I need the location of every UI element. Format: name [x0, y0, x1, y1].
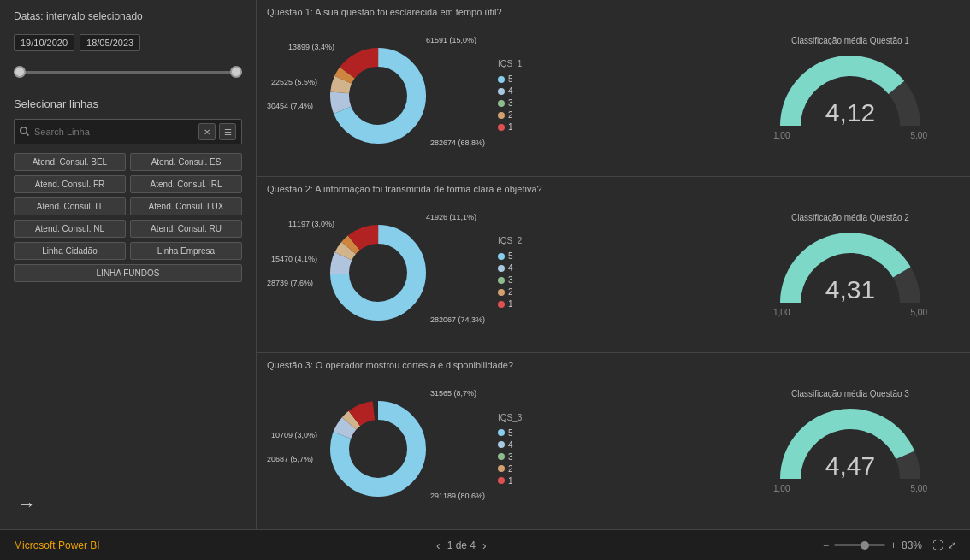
expand-icon[interactable]: ⤢ [948, 539, 956, 551]
legend-item: 2 [498, 110, 522, 120]
date-start[interactable]: 19/10/2020 [14, 34, 74, 51]
left-panel: Datas: intervalo selecionado 19/10/2020 … [0, 0, 257, 529]
clear-search-button[interactable]: ✕ [198, 123, 216, 140]
legend-dot [498, 112, 505, 119]
legend-dot [498, 453, 505, 460]
chart-legend: IQS_154321 [498, 59, 522, 132]
gauge-wrapper: 4,47 [773, 402, 927, 487]
legend-value: 3 [508, 275, 513, 285]
question-title: Questão 3: O operador mostrou cortesia e… [267, 360, 719, 370]
legend-dot [498, 465, 505, 472]
next-arrow-button[interactable]: → [14, 490, 242, 519]
gauge-row: Classificação média Questão 14,121,005,0… [730, 0, 970, 177]
select-lines-label: Selecionar linhas [14, 97, 242, 110]
legend-item: 5 [498, 251, 522, 261]
gauge-row: Classificação média Questão 34,471,005,0… [730, 353, 970, 529]
legend-value: 5 [508, 74, 513, 84]
legend-item: 1 [498, 476, 522, 486]
svg-point-0 [21, 127, 27, 134]
chart-legend: IQS_254321 [498, 236, 522, 309]
legend-item: 3 [498, 452, 522, 462]
legend-dot [498, 441, 505, 448]
legend-item: 1 [498, 299, 522, 309]
filter-tag[interactable]: LINHA FUNDOS [14, 264, 242, 282]
filter-tag[interactable]: Atend. Consul. NL [14, 220, 126, 238]
zoom-plus[interactable]: + [890, 539, 896, 551]
filter-tag[interactable]: Atend. Consul. LUX [130, 197, 242, 215]
legend-label: IQS_2 [498, 236, 522, 245]
legend-value: 3 [508, 452, 513, 462]
legend-value: 5 [508, 251, 513, 261]
donut-label: 282067 (74,3%) [430, 315, 485, 324]
legend-value: 2 [508, 110, 513, 120]
page-info: 1 de 4 [447, 539, 476, 551]
fullscreen-icon[interactable]: ⛶ [932, 539, 943, 551]
date-range-slider[interactable] [14, 63, 242, 80]
legend-item: 4 [498, 440, 522, 450]
filter-tag[interactable]: Atend. Consul. RU [130, 220, 242, 238]
legend-item: 5 [498, 428, 522, 438]
legend-value: 4 [508, 440, 513, 450]
filter-tag[interactable]: Linha Empresa [130, 242, 242, 260]
donut-label: 15470 (4,1%) [271, 255, 317, 263]
zoom-slider[interactable] [834, 544, 885, 546]
filter-tag[interactable]: Atend. Consul. IRL [130, 175, 242, 193]
gauge-row: Classificação média Questão 24,311,005,0… [730, 177, 970, 354]
donut-label: 10709 (3,0%) [271, 431, 317, 439]
gauge-charts: Classificação média Questão 14,121,005,0… [730, 0, 970, 529]
filter-tag[interactable]: Atend. Consul. BEL [14, 153, 126, 171]
search-box[interactable]: ✕ ☰ [14, 119, 242, 144]
filter-tag[interactable]: Atend. Consul. IT [14, 197, 126, 215]
filter-tags: Atend. Consul. BELAtend. Consul. ESAtend… [14, 153, 242, 282]
donut-label: 30454 (7,4%) [267, 102, 313, 110]
donut-label: 28739 (7,6%) [267, 279, 313, 287]
next-page-button[interactable]: › [482, 539, 487, 552]
legend-dot [498, 301, 505, 308]
question-row: Questão 1: A sua questão foi esclarecida… [257, 0, 730, 177]
gauge-wrapper: 4,31 [773, 226, 927, 311]
donut-label: 11197 (3,0%) [288, 220, 334, 228]
svg-line-1 [27, 133, 29, 136]
search-input[interactable] [34, 127, 194, 137]
donut-label: 41926 (11,1%) [426, 213, 476, 221]
donut-label: 291189 (80,6%) [430, 492, 485, 500]
filter-button[interactable]: ☰ [219, 123, 236, 140]
filter-tag[interactable]: Linha Cidadão [14, 242, 126, 260]
date-section-label: Datas: intervalo selecionado [14, 10, 242, 22]
filter-tag[interactable]: Atend. Consul. FR [14, 175, 126, 193]
legend-item: 2 [498, 287, 522, 297]
bottom-bar: Microsoft Power BI ‹ 1 de 4 › − + 83% ⛶ … [0, 529, 970, 560]
legend-value: 4 [508, 263, 513, 273]
legend-dot [498, 429, 505, 436]
legend-dot [498, 76, 505, 83]
legend-dot [498, 289, 505, 296]
gauge-value: 4,31 [825, 275, 875, 304]
legend-dot [498, 477, 505, 484]
legend-value: 1 [508, 122, 513, 132]
donut-svg [322, 217, 434, 328]
search-icon [20, 127, 30, 137]
donut-svg [322, 40, 434, 151]
legend-dot [498, 88, 505, 95]
date-end[interactable]: 18/05/2023 [80, 34, 140, 51]
legend-value: 3 [508, 98, 513, 108]
powerbi-link[interactable]: Microsoft Power BI [14, 539, 100, 551]
legend-dot [498, 253, 505, 260]
filter-tag[interactable]: Atend. Consul. ES [130, 153, 242, 171]
donut-label: 22525 (5,5%) [271, 78, 317, 86]
prev-page-button[interactable]: ‹ [436, 539, 441, 552]
question-row: Questão 2: A informação foi transmitida … [257, 177, 730, 354]
legend-item: 5 [498, 74, 522, 84]
gauge-value: 4,47 [825, 451, 875, 480]
chart-legend: IQS_354321 [498, 413, 522, 486]
gauge-wrapper: 4,12 [773, 49, 927, 134]
legend-item: 4 [498, 263, 522, 273]
question-title: Questão 1: A sua questão foi esclarecida… [267, 7, 719, 17]
legend-label: IQS_1 [498, 59, 522, 68]
legend-item: 1 [498, 122, 522, 132]
legend-dot [498, 124, 505, 131]
legend-value: 1 [508, 299, 513, 309]
legend-value: 2 [508, 287, 513, 297]
zoom-minus[interactable]: − [823, 539, 829, 551]
pagination: ‹ 1 de 4 › [436, 539, 487, 552]
